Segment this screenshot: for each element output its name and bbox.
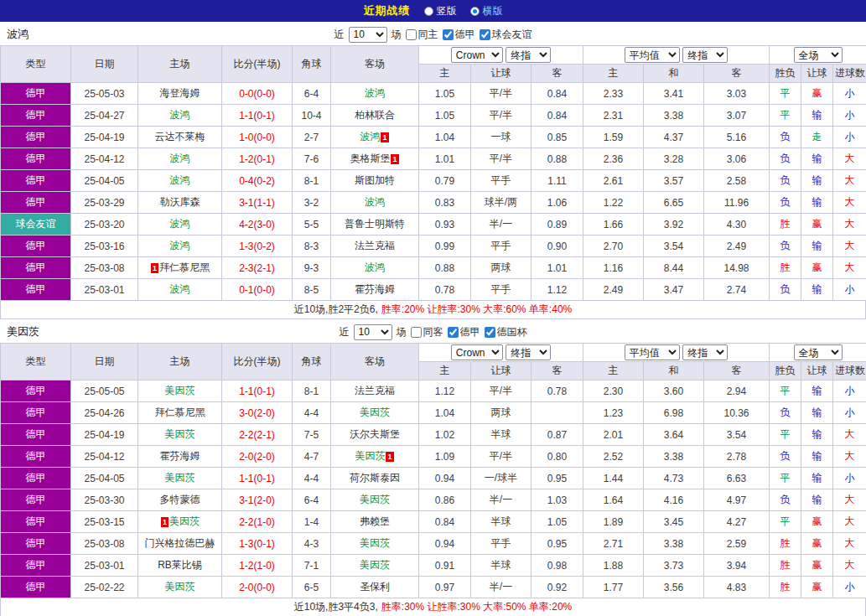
team-name[interactable]: 美因茨 <box>360 406 390 418</box>
team-name[interactable]: 波鸿 <box>170 240 190 251</box>
team-name[interactable]: 拜仁慕尼黑 <box>155 406 205 418</box>
filter-league[interactable]: 德甲 <box>448 325 480 339</box>
score-cell: 0-1(0-0) <box>222 279 293 301</box>
home-team-cell: 霍芬海姆 <box>138 446 222 468</box>
league-type-cell: 球会友谊 <box>1 214 71 236</box>
team-name[interactable]: 美因茨 <box>165 581 195 593</box>
summary-row: 近10场,胜3平4负3, 胜率:30% 让胜率:30% 大率:50% 单率:20… <box>0 598 866 616</box>
average-controls-cell: 平均值 终指 <box>583 46 770 65</box>
team-name[interactable]: 波鸿 <box>365 196 385 208</box>
filter-cup[interactable]: 德国杯 <box>485 325 527 339</box>
away-team-cell: 奥格斯堡1 <box>331 148 419 170</box>
bookmaker-select[interactable]: Crown <box>451 344 503 360</box>
team-name[interactable]: 门兴格拉德巴赫 <box>145 537 215 549</box>
match-count-select[interactable]: 10 <box>354 324 392 340</box>
team-name[interactable]: 霍芬海姆 <box>160 450 200 462</box>
col-header-avg-away: 客 <box>704 362 770 380</box>
match-count-select[interactable]: 10 <box>349 27 387 43</box>
filter-league[interactable]: 德甲 <box>443 28 475 42</box>
average-stage-select[interactable]: 终指 <box>682 344 728 360</box>
team-name-label: 美因茨 <box>7 321 39 343</box>
team-name[interactable]: 波鸿 <box>170 109 190 121</box>
filter-cup[interactable]: 球会友谊 <box>480 28 532 42</box>
goals-result-cell: 大 <box>833 170 866 192</box>
team-name[interactable]: 霍芬海姆 <box>355 283 395 295</box>
team-name[interactable]: 弗赖堡 <box>360 515 390 527</box>
average-select[interactable]: 平均值 <box>625 344 680 360</box>
league-checkbox[interactable] <box>443 29 454 40</box>
scope-select[interactable]: 全场 <box>794 344 843 360</box>
team-name[interactable]: 美因茨 <box>165 428 195 440</box>
layout-option-horizontal[interactable]: 横版 <box>470 4 503 18</box>
match-row: 德甲25-03-01RB莱比锡1-2(1-0)7-1美因茨0.91半球0.981… <box>1 555 866 577</box>
team-name[interactable]: 云达不莱梅 <box>155 131 205 142</box>
team-name[interactable]: 柏林联合 <box>355 109 395 121</box>
team-name[interactable]: 美因茨 <box>355 450 385 462</box>
team-name[interactable]: 波鸿 <box>170 153 190 164</box>
team-name[interactable]: 斯图加特 <box>355 174 395 186</box>
away-team-cell: 美因茨1 <box>331 446 419 468</box>
team-name[interactable]: 荷尔斯泰因 <box>350 472 400 484</box>
odds-home-cell: 0.79 <box>419 170 471 192</box>
corner-cell: 8-1 <box>293 380 331 402</box>
match-row: 德甲25-02-22美因茨2-0(0-0)6-5圣保利0.97半/一0.921.… <box>1 577 866 598</box>
corner-cell: 4-7 <box>293 446 331 468</box>
col-header-league-type: 类型 <box>1 46 71 83</box>
result-cell: 负 <box>770 170 801 192</box>
odds-handicap-cell: 半球 <box>471 555 532 577</box>
team-name[interactable]: 海登海姆 <box>160 87 200 99</box>
layout-option-vertical[interactable]: 竖版 <box>424 4 457 18</box>
odds-stage-select[interactable]: 终指 <box>506 344 551 360</box>
team-name[interactable]: 美因茨 <box>165 385 195 396</box>
bookmaker-select[interactable]: Crown <box>451 47 503 63</box>
avg-away-cell: 4.27 <box>704 511 770 533</box>
date-cell: 25-04-12 <box>71 148 138 170</box>
odds-away-cell: 0.98 <box>532 555 583 577</box>
result-cell: 胜 <box>770 533 801 555</box>
avg-draw-cell: 3.28 <box>644 148 704 170</box>
team-name[interactable]: 奥格斯堡 <box>350 153 390 164</box>
team-name[interactable]: 美因茨 <box>169 515 200 527</box>
team-name[interactable]: 美因茨 <box>165 472 195 484</box>
team-name[interactable]: 波鸿 <box>170 218 190 230</box>
team-name[interactable]: 美因茨 <box>360 494 390 505</box>
filter-same-venue[interactable]: 同客 <box>411 325 443 339</box>
odds-handicap-cell: 半球 <box>471 511 532 533</box>
score-cell: 4-2(3-0) <box>222 214 293 236</box>
team-name[interactable]: RB莱比锡 <box>158 559 202 571</box>
col-header-odds-home: 主 <box>419 362 471 380</box>
away-team-cell: 波鸿 <box>331 257 419 279</box>
league-checkbox[interactable] <box>448 327 459 338</box>
odds-stage-select[interactable]: 终指 <box>506 47 551 63</box>
average-stage-select[interactable]: 终指 <box>682 47 728 63</box>
team-name[interactable]: 波鸿 <box>365 261 385 273</box>
team-name[interactable]: 波鸿 <box>365 87 385 99</box>
team-name[interactable]: 沃尔夫斯堡 <box>350 428 400 440</box>
team-name[interactable]: 法兰克福 <box>355 240 395 251</box>
team-name[interactable]: 美因茨 <box>360 537 390 549</box>
team-name[interactable]: 法兰克福 <box>355 385 395 396</box>
same-venue-checkbox[interactable] <box>406 29 417 40</box>
summary-record: 近10场,胜3平4负3, <box>294 600 378 614</box>
team-name[interactable]: 波鸿 <box>170 283 190 295</box>
filter-same-venue[interactable]: 同主 <box>406 28 438 42</box>
col-header-away: 客场 <box>331 344 419 380</box>
odds-home-cell: 1.05 <box>419 83 471 105</box>
scope-select[interactable]: 全场 <box>794 47 843 63</box>
radio-icon[interactable] <box>470 7 480 16</box>
corner-cell: 8-3 <box>293 236 331 257</box>
team-name[interactable]: 勒沃库森 <box>160 196 200 208</box>
team-name[interactable]: 波鸿 <box>170 174 190 186</box>
team-name[interactable]: 拜仁慕尼黑 <box>159 261 210 273</box>
team-name[interactable]: 多特蒙德 <box>160 494 200 505</box>
average-select[interactable]: 平均值 <box>625 47 680 63</box>
same-venue-checkbox[interactable] <box>411 327 422 338</box>
cup-checkbox[interactable] <box>480 29 490 40</box>
radio-icon[interactable] <box>424 7 433 16</box>
team-name[interactable]: 圣保利 <box>360 581 390 593</box>
home-team-cell: 波鸿 <box>138 170 222 192</box>
cup-checkbox[interactable] <box>485 327 495 338</box>
team-name[interactable]: 波鸿 <box>360 131 380 142</box>
team-name[interactable]: 普鲁士明斯特 <box>345 218 405 230</box>
team-name[interactable]: 美因茨 <box>360 559 390 571</box>
